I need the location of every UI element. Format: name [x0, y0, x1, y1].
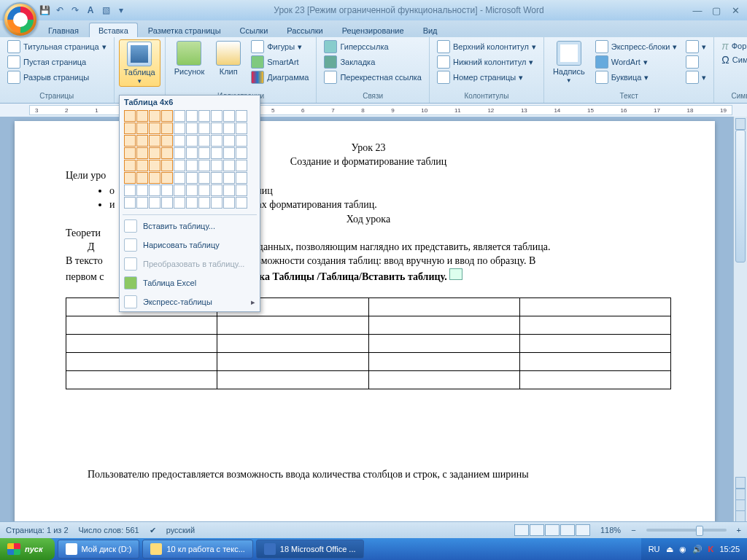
- grid-cell[interactable]: [236, 184, 247, 196]
- grid-cell[interactable]: [124, 122, 136, 134]
- datetime-button[interactable]: [683, 55, 709, 69]
- grid-cell[interactable]: [136, 172, 148, 184]
- tray-network-icon[interactable]: ◉: [679, 545, 686, 554]
- shapes-button[interactable]: Фигуры ▾: [248, 39, 311, 54]
- view-web-layout[interactable]: [545, 524, 560, 536]
- grid-cell[interactable]: [211, 147, 222, 159]
- textbox-button[interactable]: Надпись▼: [549, 39, 589, 85]
- grid-cell[interactable]: [186, 160, 198, 171]
- menu-excel-table[interactable]: Таблица Excel: [120, 273, 260, 292]
- grid-cell[interactable]: [198, 160, 210, 171]
- taskbar-item-folder[interactable]: 10 кл работа с текс...: [142, 540, 252, 559]
- grid-cell[interactable]: [124, 184, 136, 196]
- grid-cell[interactable]: [124, 172, 136, 184]
- grid-cell[interactable]: [223, 197, 235, 209]
- tray-volume-icon[interactable]: 🔊: [692, 545, 703, 554]
- object-button[interactable]: ▾: [683, 70, 709, 85]
- tray-safely-remove-icon[interactable]: ⏏: [666, 545, 673, 554]
- grid-cell[interactable]: [174, 160, 185, 171]
- page-number-button[interactable]: Номер страницы ▾: [434, 70, 539, 85]
- grid-cell[interactable]: [149, 122, 160, 134]
- zoom-out-button[interactable]: −: [631, 526, 635, 534]
- grid-cell[interactable]: [124, 147, 136, 159]
- taskbar-item-word[interactable]: 18 Microsoft Office ...: [256, 540, 364, 559]
- blank-page-button[interactable]: Пустая страница: [4, 55, 109, 69]
- grid-cell[interactable]: [161, 135, 173, 147]
- grid-cell[interactable]: [211, 122, 222, 134]
- minimize-button[interactable]: ―: [690, 5, 705, 16]
- grid-cell[interactable]: [198, 147, 210, 159]
- dropcap-button[interactable]: Буквица ▾: [592, 70, 681, 85]
- sig-line-button[interactable]: ▾: [683, 39, 709, 54]
- grid-cell[interactable]: [236, 135, 247, 147]
- grid-cell[interactable]: [149, 172, 160, 184]
- grid-cell[interactable]: [149, 184, 160, 196]
- menu-quick-tables[interactable]: Экспресс-таблицы▸: [120, 292, 260, 311]
- start-button[interactable]: пуск: [0, 538, 55, 560]
- grid-cell[interactable]: [236, 160, 247, 171]
- tab-layout[interactable]: Разметка страницы: [139, 23, 230, 37]
- status-page[interactable]: Страница: 1 из 2: [6, 526, 69, 534]
- grid-cell[interactable]: [161, 147, 173, 159]
- scroll-down-button[interactable]: [735, 477, 746, 489]
- cover-page-button[interactable]: Титульная страница ▾: [4, 39, 109, 54]
- grid-cell[interactable]: [149, 160, 160, 171]
- menu-insert-table[interactable]: Вставить таблицу...: [120, 217, 260, 236]
- chart-button[interactable]: Диаграмма: [248, 70, 311, 85]
- vertical-scrollbar[interactable]: [733, 117, 747, 522]
- grid-cell[interactable]: [223, 110, 235, 122]
- status-spellcheck-icon[interactable]: ✔: [150, 526, 156, 535]
- grid-cell[interactable]: [236, 110, 247, 122]
- menu-draw-table[interactable]: Нарисовать таблицу: [120, 236, 260, 254]
- grid-cell[interactable]: [198, 122, 210, 134]
- grid-cell[interactable]: [174, 135, 185, 147]
- grid-cell[interactable]: [136, 135, 148, 147]
- bookmark-button[interactable]: Закладка: [321, 55, 425, 69]
- grid-cell[interactable]: [186, 147, 198, 159]
- grid-cell[interactable]: [223, 135, 235, 147]
- grid-cell[interactable]: [149, 135, 160, 147]
- grid-cell[interactable]: [236, 122, 247, 134]
- tray-clock[interactable]: 15:25: [719, 545, 740, 553]
- grid-cell[interactable]: [223, 172, 235, 184]
- office-button[interactable]: [3, 2, 38, 37]
- grid-cell[interactable]: [161, 160, 173, 171]
- grid-cell[interactable]: [174, 172, 185, 184]
- grid-cell[interactable]: [186, 135, 198, 147]
- view-full-screen[interactable]: [530, 524, 544, 536]
- status-words[interactable]: Число слов: 561: [79, 526, 139, 534]
- qat-dropdown-icon[interactable]: ▾: [115, 4, 128, 17]
- qat-font-icon[interactable]: A: [84, 4, 97, 17]
- tab-review[interactable]: Рецензирование: [333, 23, 413, 37]
- grid-cell[interactable]: [174, 184, 185, 196]
- grid-cell[interactable]: [161, 197, 173, 209]
- qat-book-icon[interactable]: ▧: [99, 4, 112, 17]
- grid-cell[interactable]: [223, 122, 235, 134]
- grid-cell[interactable]: [211, 172, 222, 184]
- browse-object-button[interactable]: [735, 499, 746, 511]
- grid-cell[interactable]: [174, 147, 185, 159]
- tab-insert[interactable]: Вставка: [89, 23, 138, 37]
- grid-cell[interactable]: [198, 135, 210, 147]
- grid-cell[interactable]: [136, 184, 148, 196]
- grid-cell[interactable]: [136, 122, 148, 134]
- table-size-grid[interactable]: [120, 109, 260, 213]
- grid-cell[interactable]: [161, 184, 173, 196]
- tab-home[interactable]: Главная: [39, 23, 88, 37]
- grid-cell[interactable]: [198, 172, 210, 184]
- header-button[interactable]: Верхний колонтитул ▾: [434, 39, 539, 54]
- zoom-level[interactable]: 118%: [600, 526, 621, 534]
- grid-cell[interactable]: [161, 110, 173, 122]
- maximize-button[interactable]: ▢: [709, 5, 724, 16]
- grid-cell[interactable]: [174, 122, 185, 134]
- grid-cell[interactable]: [198, 197, 210, 209]
- next-page-button[interactable]: [735, 510, 746, 522]
- grid-cell[interactable]: [149, 197, 160, 209]
- grid-cell[interactable]: [174, 110, 185, 122]
- view-draft[interactable]: [576, 524, 590, 536]
- grid-cell[interactable]: [211, 197, 222, 209]
- view-outline[interactable]: [560, 524, 575, 536]
- grid-cell[interactable]: [136, 160, 148, 171]
- tab-mailings[interactable]: Рассылки: [278, 23, 331, 37]
- grid-cell[interactable]: [174, 197, 185, 209]
